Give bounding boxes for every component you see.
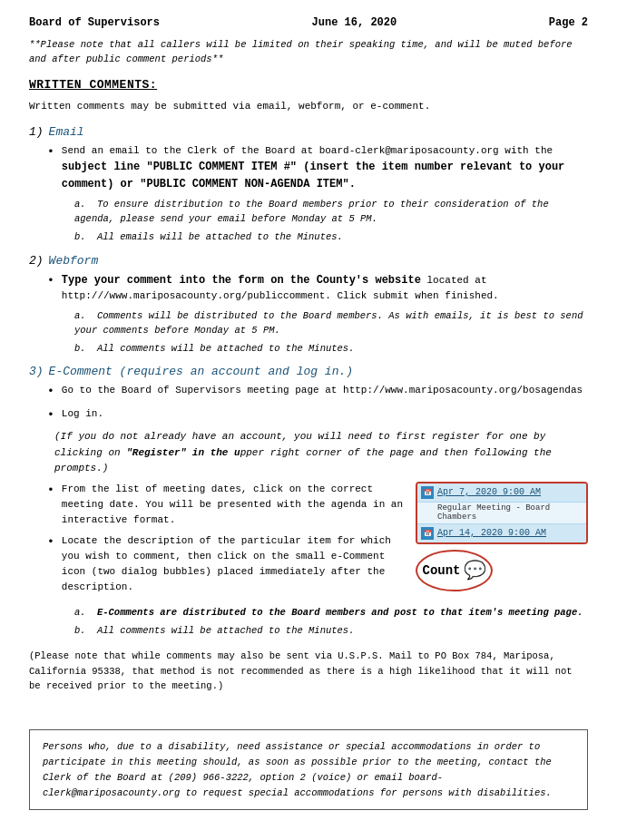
bullet-dot: • xyxy=(47,406,54,425)
item3-suba: a. E-Comments are distributed to the Boa… xyxy=(74,606,588,620)
disability-text: Persons who, due to a disability, need a… xyxy=(43,741,552,797)
meeting-box-area: 📅 Apr 7, 2020 9:00 AM Regular Meeting - … xyxy=(416,482,588,591)
item3-bullet1: • Go to the Board of Supervisors meeting… xyxy=(47,383,588,401)
footer-note: (Please note that while comments may als… xyxy=(29,649,588,693)
bullet-dot: • xyxy=(47,533,54,552)
item2-subb: b. All comments will be attached to the … xyxy=(74,342,588,357)
item3-bullet4: • From the list of meeting dates, click … xyxy=(47,482,406,528)
item2-bullet1: • Type your comment into the form on the… xyxy=(47,272,588,305)
meeting-date-1[interactable]: Apr 7, 2020 9:00 AM xyxy=(437,487,541,497)
calendar-icon-2: 📅 xyxy=(421,527,434,540)
meeting-date-2[interactable]: Apr 14, 2020 9:00 AM xyxy=(437,528,546,538)
bullet-dot: • xyxy=(47,383,54,401)
bullet-dot: • xyxy=(47,482,54,500)
item1-num: 1) xyxy=(29,125,44,139)
item1-subb: b. All emails will be attached to the Mi… xyxy=(74,230,588,245)
spacer xyxy=(29,706,588,720)
item2-suba: a. Comments will be distributed to the B… xyxy=(74,309,588,338)
bullet-dot: • xyxy=(47,272,54,290)
item1-label: Email xyxy=(49,125,84,139)
disability-box: Persons who, due to a disability, need a… xyxy=(29,729,588,810)
header-date: June 16, 2020 xyxy=(312,16,397,29)
count-label: Count xyxy=(422,563,460,578)
item-email: 1) Email • Send an email to the Clerk of… xyxy=(29,125,588,244)
item2-label: Webform xyxy=(49,254,99,268)
page-header: Board of Supervisors June 16, 2020 Page … xyxy=(29,16,588,29)
meeting-row-2[interactable]: 📅 Apr 14, 2020 9:00 AM xyxy=(417,524,586,542)
item3-bullet3: (If you do not already have an account, … xyxy=(47,429,588,475)
item3-bullet5: • Locate the description of the particul… xyxy=(47,533,406,595)
item2-num: 2) xyxy=(29,254,44,268)
item-ecomment: 3) E-Comment (requires an account and lo… xyxy=(29,365,588,638)
calendar-icon: 📅 xyxy=(421,486,434,499)
header-page: Page 2 xyxy=(549,16,588,29)
meeting-dates-box: 📅 Apr 7, 2020 9:00 AM Regular Meeting - … xyxy=(416,482,588,544)
intro-text: Written comments may be submitted via em… xyxy=(29,99,588,115)
item1-bullet1: • Send an email to the Clerk of the Boar… xyxy=(47,143,588,192)
header-title: Board of Supervisors xyxy=(29,16,160,29)
count-circle: Count 💬 xyxy=(416,550,493,591)
meeting-sub-1: Regular Meeting - Board Chambers xyxy=(417,503,586,524)
comment-bubbles-icon: 💬 xyxy=(464,559,486,581)
item3-num: 3) xyxy=(29,365,44,378)
item1-suba: a. To ensure distribution to the Board m… xyxy=(74,198,588,227)
bullet-dot: • xyxy=(47,143,54,161)
item3-label: E-Comment (requires an account and log i… xyxy=(49,365,353,378)
item3-subb: b. All comments will be attached to the … xyxy=(74,624,588,639)
written-comments-heading: WRITTEN COMMENTS: xyxy=(29,78,588,92)
item3-bullet2: • Log in. xyxy=(47,406,588,425)
notice-text: **Please note that all callers will be l… xyxy=(29,38,588,67)
item3-bullet4-area: • From the list of meeting dates, click … xyxy=(47,482,588,601)
meeting-row-1[interactable]: 📅 Apr 7, 2020 9:00 AM xyxy=(417,483,586,503)
item-webform: 2) Webform • Type your comment into the … xyxy=(29,254,588,357)
